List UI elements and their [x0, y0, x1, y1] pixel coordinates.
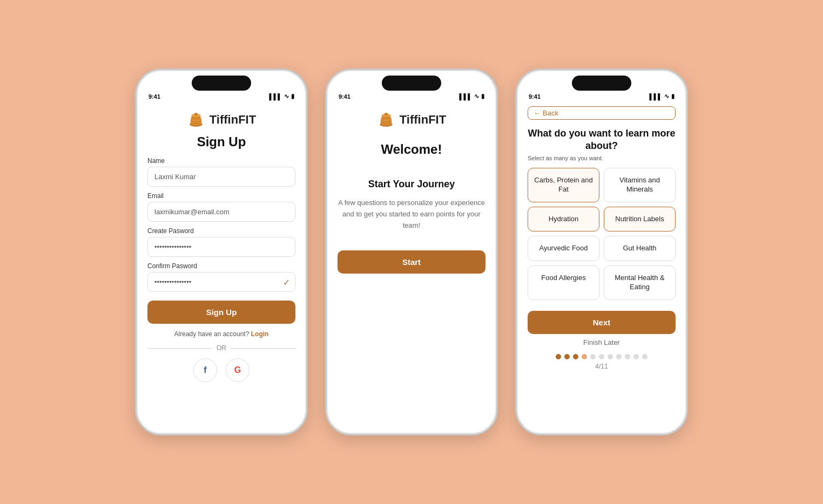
progress-dots	[528, 354, 676, 359]
login-link[interactable]: Login	[251, 330, 269, 338]
wifi-icon: ∿	[284, 93, 289, 100]
option-label: Hydration	[549, 215, 579, 223]
or-line-left	[147, 348, 212, 349]
volume-down-button	[135, 156, 137, 173]
dot-8	[616, 354, 622, 359]
create-password-group: Create Pasword	[147, 227, 295, 257]
logo-text: TiffinFIT	[210, 113, 256, 127]
phone-signup: 9:41 ▌▌▌ ∿ ▮ TiffinFIT Sign Up Name Emai	[135, 69, 308, 435]
dot-3	[573, 354, 578, 359]
status-bar: 9:41 ▌▌▌ ∿ ▮	[137, 91, 306, 100]
confirm-password-wrapper: ✓	[147, 272, 295, 292]
login-row: Already have an account? Login	[147, 330, 295, 338]
phone-welcome: 9:41 ▌▌▌ ∿ ▮ TiffinFIT Welcome! Start Yo…	[325, 69, 498, 435]
back-button[interactable]: ← Back	[528, 106, 676, 120]
svg-rect-11	[384, 113, 387, 115]
phone-learn: 9:41 ▌▌▌ ∿ ▮ ← Back What do you want to …	[515, 69, 688, 435]
email-input[interactable]	[147, 202, 295, 222]
volume-down-button	[325, 156, 327, 173]
svg-rect-5	[194, 113, 197, 115]
option-label: Nutrition Labels	[615, 215, 664, 223]
option-label: Carbs, Protein and Fat	[534, 176, 592, 193]
dot-11	[642, 354, 647, 359]
volume-up-button	[135, 135, 137, 151]
signup-content: TiffinFIT Sign Up Name Email Create Pasw…	[137, 100, 306, 434]
journey-description: A few questions to personalize your expe…	[338, 197, 485, 231]
power-button	[496, 146, 498, 173]
time: 9:41	[529, 93, 541, 100]
wifi-icon: ∿	[474, 93, 479, 100]
dynamic-island	[192, 76, 251, 91]
logo-text: TiffinFIT	[400, 113, 446, 127]
learn-subtitle: Select as many as you want.	[528, 155, 676, 161]
signal-icon: ▌▌▌	[460, 93, 472, 100]
or-label: OR	[217, 344, 226, 352]
finish-later[interactable]: Finish Later	[528, 338, 676, 346]
start-button[interactable]: Start	[338, 250, 485, 274]
option-mental-health-eating[interactable]: Mental Health & Eating	[604, 265, 676, 300]
back-label: Back	[543, 109, 558, 117]
next-button[interactable]: Next	[528, 311, 676, 334]
page-counter: 4/11	[528, 363, 676, 370]
name-field-group: Name	[147, 157, 295, 187]
dot-1	[556, 354, 561, 359]
option-hydration[interactable]: Hydration	[528, 207, 599, 232]
welcome-content: TiffinFIT Welcome! Start Your Journey A …	[327, 100, 496, 434]
name-label: Name	[147, 157, 295, 165]
logo-row: TiffinFIT	[147, 111, 295, 129]
volume-up-button	[515, 135, 517, 151]
journey-title: Start Your Journey	[338, 179, 485, 190]
option-vitamins-minerals[interactable]: Vitamins and Minerals	[604, 168, 676, 202]
option-label: Ayurvedic Food	[539, 244, 588, 252]
dot-10	[633, 354, 639, 359]
learn-content: ← Back What do you want to learn more ab…	[517, 100, 686, 434]
dynamic-island	[572, 76, 631, 91]
welcome-title: Welcome!	[338, 142, 485, 157]
signup-button[interactable]: Sign Up	[147, 301, 295, 324]
learn-title: What do you want to learn more about?	[528, 127, 676, 153]
tiffinfit-logo-icon	[377, 111, 395, 129]
email-label: Email	[147, 192, 295, 200]
option-label: Food Allergies	[541, 274, 585, 282]
signal-icon: ▌▌▌	[269, 93, 282, 100]
option-label: Gut Health	[623, 244, 656, 252]
volume-up-button	[325, 135, 327, 151]
wifi-icon: ∿	[664, 93, 669, 100]
facebook-login-button[interactable]: f	[193, 358, 217, 382]
battery-icon: ▮	[481, 93, 484, 100]
option-gut-health[interactable]: Gut Health	[604, 236, 676, 261]
option-ayurvedic-food[interactable]: Ayurvedic Food	[528, 236, 599, 261]
status-icons: ▌▌▌ ∿ ▮	[460, 93, 484, 100]
option-carbs-protein-fat[interactable]: Carbs, Protein and Fat	[528, 168, 599, 202]
dot-9	[625, 354, 630, 359]
checkmark-icon: ✓	[283, 277, 290, 287]
login-prefix: Already have an account?	[174, 330, 249, 338]
signal-icon: ▌▌▌	[650, 93, 662, 100]
status-bar: 9:41 ▌▌▌ ∿ ▮	[517, 91, 686, 100]
back-arrow-icon: ←	[534, 109, 541, 117]
power-button	[686, 146, 688, 173]
volume-down-button	[515, 156, 517, 173]
logo-row: TiffinFIT	[338, 111, 485, 129]
status-icons: ▌▌▌ ∿ ▮	[269, 93, 294, 100]
name-input[interactable]	[147, 167, 295, 187]
or-divider: OR	[147, 344, 295, 352]
options-grid: Carbs, Protein and Fat Vitamins and Mine…	[528, 168, 676, 300]
create-password-input[interactable]	[147, 237, 295, 257]
google-login-button[interactable]: G	[226, 358, 249, 382]
dynamic-island	[382, 76, 441, 91]
dot-4	[582, 354, 587, 359]
battery-icon: ▮	[671, 93, 674, 100]
option-label: Mental Health & Eating	[615, 274, 665, 291]
option-label: Vitamins and Minerals	[619, 176, 660, 193]
battery-icon: ▮	[291, 93, 294, 100]
option-food-allergies[interactable]: Food Allergies	[528, 265, 599, 300]
confirm-password-input[interactable]	[147, 272, 295, 292]
status-bar: 9:41 ▌▌▌ ∿ ▮	[327, 91, 496, 100]
option-nutrition-labels[interactable]: Nutrition Labels	[604, 207, 676, 232]
journey-section: Start Your Journey A few questions to pe…	[338, 173, 485, 279]
email-field-group: Email	[147, 192, 295, 222]
status-icons: ▌▌▌ ∿ ▮	[650, 93, 674, 100]
power-button	[306, 146, 308, 173]
dot-7	[608, 354, 613, 359]
